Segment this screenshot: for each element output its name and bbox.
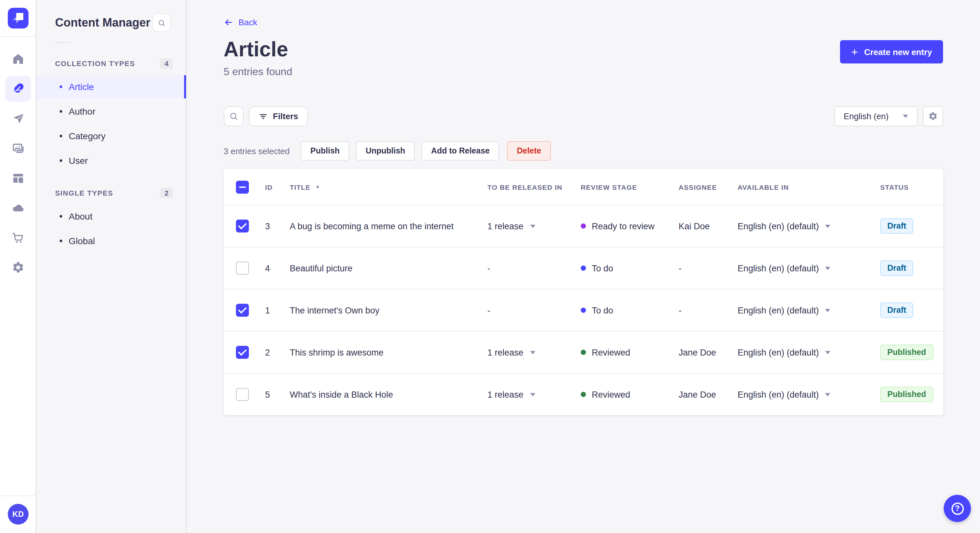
row-checkbox[interactable] bbox=[236, 219, 249, 233]
column-header-title[interactable]: TITLE▲ bbox=[290, 183, 487, 191]
user-avatar[interactable]: KD bbox=[8, 504, 29, 525]
row-assignee: Kai Doe bbox=[679, 221, 738, 231]
chevron-down-icon bbox=[826, 224, 830, 228]
row-review-stage[interactable]: Reviewed bbox=[581, 347, 679, 357]
chevron-down-icon bbox=[903, 115, 908, 118]
unpublish-button[interactable]: Unpublish bbox=[356, 141, 415, 160]
row-title[interactable]: The internet's Own boy bbox=[290, 305, 487, 315]
row-release[interactable]: 1 release bbox=[487, 347, 581, 357]
column-header-available-in[interactable]: AVAILABLE IN bbox=[738, 183, 880, 191]
subnav-item-article[interactable]: Article bbox=[36, 75, 186, 98]
selection-count: 3 entries selected bbox=[224, 146, 290, 156]
table-row[interactable]: 4 Beautiful picture - To do - English (e… bbox=[224, 247, 943, 289]
row-checkbox[interactable] bbox=[236, 388, 249, 401]
chevron-down-icon bbox=[530, 224, 535, 228]
subnav-item-label: Global bbox=[69, 236, 95, 246]
stage-dot-icon bbox=[581, 308, 586, 313]
stage-dot-icon bbox=[581, 392, 586, 397]
section-count-badge: 2 bbox=[160, 188, 173, 198]
row-assignee: - bbox=[679, 263, 738, 273]
row-checkbox[interactable] bbox=[236, 346, 249, 359]
row-available-in[interactable]: English (en) (default) bbox=[738, 305, 880, 315]
table-row[interactable]: 5 What's inside a Black Hole 1 release R… bbox=[224, 373, 943, 415]
locale-select[interactable]: English (en) bbox=[834, 106, 918, 126]
row-title[interactable]: What's inside a Black Hole bbox=[290, 390, 487, 399]
back-link[interactable]: Back bbox=[224, 17, 257, 27]
sidebar-media-library-icon[interactable] bbox=[5, 135, 31, 161]
subnav-item-label: User bbox=[69, 155, 88, 166]
row-review-stage[interactable]: To do bbox=[581, 263, 679, 273]
table-row[interactable]: 2 This shrimp is awesome 1 release Revie… bbox=[224, 331, 943, 373]
subnav-item-label: Category bbox=[69, 131, 106, 141]
bullet-icon bbox=[60, 110, 62, 113]
row-release[interactable]: - bbox=[487, 263, 581, 273]
column-header-assignee[interactable]: ASSIGNEE bbox=[679, 183, 738, 191]
subnav-item-user[interactable]: User bbox=[36, 149, 186, 172]
table-row[interactable]: 1 The internet's Own boy - To do - Engli… bbox=[224, 289, 943, 331]
help-button[interactable]: ? bbox=[944, 495, 971, 522]
subnav-item-author[interactable]: Author bbox=[36, 100, 186, 123]
view-settings-button[interactable] bbox=[923, 106, 943, 126]
app-screen: KD Content Manager COLLECTION TYPES 4 Ar… bbox=[0, 0, 980, 533]
row-checkbox[interactable] bbox=[236, 304, 249, 317]
bullet-icon bbox=[60, 159, 62, 162]
row-available-in[interactable]: English (en) (default) bbox=[738, 390, 880, 399]
column-header-status[interactable]: STATUS bbox=[880, 183, 943, 191]
row-release[interactable]: - bbox=[487, 305, 581, 315]
search-button[interactable] bbox=[224, 106, 244, 126]
row-title[interactable]: This shrimp is awesome bbox=[290, 347, 487, 357]
sidebar-settings-gear-icon[interactable] bbox=[5, 254, 31, 281]
row-available-in[interactable]: English (en) (default) bbox=[738, 221, 880, 231]
sidebar-content-type-builder-icon[interactable] bbox=[5, 165, 31, 191]
stage-dot-icon bbox=[581, 265, 586, 271]
row-status: Draft bbox=[880, 303, 943, 318]
subnav-item-about[interactable]: About bbox=[36, 205, 186, 228]
chevron-down-icon bbox=[530, 393, 535, 396]
subnav-section: SINGLE TYPES 2 AboutGlobal bbox=[36, 182, 186, 252]
delete-button[interactable]: Delete bbox=[507, 141, 551, 160]
filters-button[interactable]: Filters bbox=[249, 106, 308, 126]
add-to-release-button[interactable]: Add to Release bbox=[421, 141, 500, 160]
nav-rail: KD bbox=[0, 0, 36, 533]
logo-cell[interactable] bbox=[0, 0, 36, 37]
sidebar-home-icon[interactable] bbox=[5, 46, 31, 72]
row-assignee: - bbox=[679, 305, 738, 315]
select-all-checkbox[interactable] bbox=[236, 180, 249, 194]
row-release[interactable]: 1 release bbox=[487, 221, 581, 231]
create-new-entry-button[interactable]: Create new entry bbox=[840, 40, 943, 63]
chevron-down-icon bbox=[826, 266, 830, 270]
subnav-item-category[interactable]: Category bbox=[36, 124, 186, 148]
search-icon bbox=[157, 19, 165, 27]
row-review-stage[interactable]: Reviewed bbox=[581, 390, 679, 399]
row-id: 1 bbox=[265, 305, 290, 315]
row-review-stage[interactable]: To do bbox=[581, 305, 679, 315]
subnav-search-button[interactable] bbox=[152, 14, 170, 32]
publish-button[interactable]: Publish bbox=[301, 141, 349, 160]
sidebar-cloud-icon[interactable] bbox=[5, 195, 31, 221]
status-badge: Draft bbox=[880, 260, 913, 276]
stage-dot-icon bbox=[581, 224, 586, 228]
subnav-item-label: About bbox=[69, 211, 92, 222]
status-badge: Published bbox=[880, 344, 933, 360]
column-header-release[interactable]: TO BE RELEASED IN bbox=[487, 183, 581, 191]
sidebar-marketplace-cart-icon[interactable] bbox=[5, 225, 31, 251]
sidebar-content-manager-feather-icon[interactable] bbox=[5, 76, 31, 102]
subnav-item-global[interactable]: Global bbox=[36, 229, 186, 252]
column-header-review-stage[interactable]: REVIEW STAGE bbox=[581, 183, 679, 191]
row-title[interactable]: A bug is becoming a meme on the internet bbox=[290, 221, 487, 231]
row-review-stage[interactable]: Ready to review bbox=[581, 221, 679, 231]
toolbar: Filters English (en) bbox=[224, 106, 943, 126]
row-assignee: Jane Doe bbox=[679, 347, 738, 357]
subnav-title: Content Manager bbox=[55, 16, 150, 30]
row-title[interactable]: Beautiful picture bbox=[290, 263, 487, 273]
table-row[interactable]: 3 A bug is becoming a meme on the intern… bbox=[224, 205, 943, 247]
row-available-in[interactable]: English (en) (default) bbox=[738, 263, 880, 273]
column-header-id[interactable]: ID bbox=[265, 183, 290, 191]
divider bbox=[55, 42, 71, 43]
row-checkbox[interactable] bbox=[236, 262, 249, 274]
plus-icon bbox=[851, 48, 858, 56]
row-available-in[interactable]: English (en) (default) bbox=[738, 347, 880, 357]
row-status: Draft bbox=[880, 218, 943, 234]
row-release[interactable]: 1 release bbox=[487, 390, 581, 399]
sidebar-releases-paper-plane-icon[interactable] bbox=[5, 106, 31, 132]
